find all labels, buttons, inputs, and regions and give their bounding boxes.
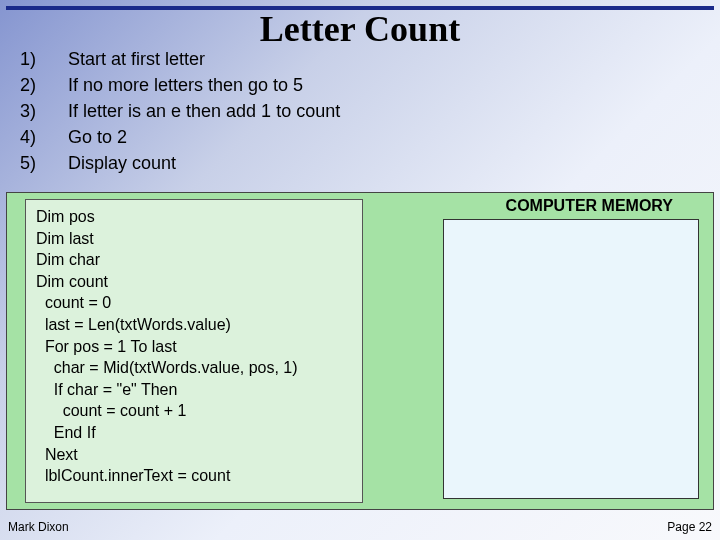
- step-text: If no more letters then go to 5: [68, 72, 303, 98]
- footer-page: Page 22: [667, 520, 712, 534]
- code-listing: Dim pos Dim last Dim char Dim count coun…: [25, 199, 363, 503]
- memory-title: COMPUTER MEMORY: [506, 197, 673, 215]
- step-text: If letter is an e then add 1 to count: [68, 98, 340, 124]
- step-number: 3): [20, 98, 68, 124]
- memory-box: [443, 219, 699, 499]
- step-number: 2): [20, 72, 68, 98]
- step-text: Start at first letter: [68, 46, 205, 72]
- code-line: Dim pos: [36, 206, 352, 228]
- steps-list: 1) Start at first letter 2) If no more l…: [20, 46, 340, 176]
- code-line: Next: [36, 444, 352, 466]
- footer-author: Mark Dixon: [8, 520, 69, 534]
- step-number: 4): [20, 124, 68, 150]
- list-item: 3) If letter is an e then add 1 to count: [20, 98, 340, 124]
- step-number: 1): [20, 46, 68, 72]
- code-line: count = 0: [36, 292, 352, 314]
- list-item: 2) If no more letters then go to 5: [20, 72, 340, 98]
- code-line: If char = "e" Then: [36, 379, 352, 401]
- code-line: Dim char: [36, 249, 352, 271]
- step-text: Go to 2: [68, 124, 127, 150]
- code-line: count = count + 1: [36, 400, 352, 422]
- code-line: lblCount.innerText = count: [36, 465, 352, 487]
- list-item: 5) Display count: [20, 150, 340, 176]
- code-line: Dim count: [36, 271, 352, 293]
- list-item: 1) Start at first letter: [20, 46, 340, 72]
- code-line: last = Len(txtWords.value): [36, 314, 352, 336]
- step-number: 5): [20, 150, 68, 176]
- code-line: For pos = 1 To last: [36, 336, 352, 358]
- page-title: Letter Count: [0, 8, 720, 50]
- code-line: End If: [36, 422, 352, 444]
- list-item: 4) Go to 2: [20, 124, 340, 150]
- code-line: Dim last: [36, 228, 352, 250]
- code-line: char = Mid(txtWords.value, pos, 1): [36, 357, 352, 379]
- code-memory-panel: Dim pos Dim last Dim char Dim count coun…: [6, 192, 714, 510]
- step-text: Display count: [68, 150, 176, 176]
